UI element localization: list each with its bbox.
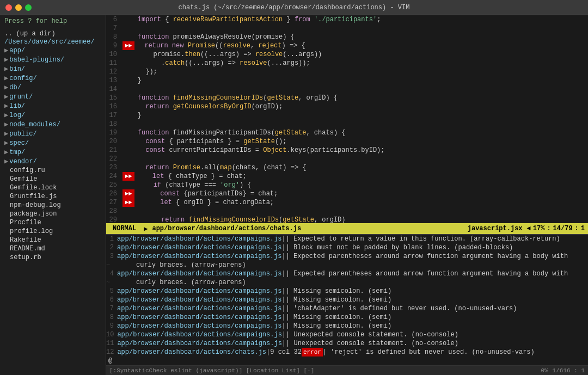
sidebar-item[interactable]: ▶public/ xyxy=(0,129,106,138)
code-line: 16 return getCounselorsByOrgID(orgID); xyxy=(106,102,588,111)
qf-msg: || Expected parentheses around arrow fun… xyxy=(281,252,568,261)
sidebar-item[interactable]: Gruntfile.js xyxy=(0,192,106,201)
code-line: 25 if (chatType === 'org') { xyxy=(106,181,588,189)
code-line: 19 function findMissingParticipantIDs(ge… xyxy=(106,128,588,137)
qf-file: app/browser/dashboard/actions/campaigns.… xyxy=(117,252,281,261)
quickfix-line: 11app/browser/dashboard/actions/campaign… xyxy=(106,339,588,348)
quickfix-line: 9app/browser/dashboard/actions/campaigns… xyxy=(106,322,588,330)
qf-msg: || Block must not be padded by blank lin… xyxy=(281,243,513,252)
code-line: 28 xyxy=(106,207,588,216)
qf-num: 10 xyxy=(106,330,117,339)
sidebar-item[interactable]: ▶vendor/ xyxy=(0,157,106,166)
code-line: 8 function promiseAlwaysResolve(promise)… xyxy=(106,33,588,41)
quickfix-line: 8app/browser/dashboard/actions/campaigns… xyxy=(106,313,588,322)
code-line: 21 const currentParticipantIDs = Object.… xyxy=(106,146,588,155)
qf-file: app/browser/dashboard/actions/campaigns.… xyxy=(117,296,281,304)
status-percent: 17% xyxy=(533,225,545,232)
sidebar-item[interactable]: ▶app/ xyxy=(0,46,106,55)
sidebar: Press ? for help .. (up a dir) /Users/da… xyxy=(0,15,106,375)
code-line: 7 xyxy=(106,24,588,33)
qf-msg: || Unexpected console statement. (no-con… xyxy=(282,330,458,339)
status-bar: NORMAL ▶ app/browser/dashboard/actions/c… xyxy=(106,223,588,234)
sidebar-items: ▶app/▶babel-plugins/▶bin/▶config/▶db/▶gr… xyxy=(0,46,106,262)
sidebar-item[interactable]: setup.rb xyxy=(0,253,106,262)
qf-msg: || 'chatAdapter' is defined but never us… xyxy=(281,304,517,313)
sidebar-path: /Users/dave/src/zeemee/ xyxy=(0,38,106,46)
sidebar-item[interactable]: ▶babel-plugins/ xyxy=(0,55,106,64)
quickfix-line: 3app/browser/dashboard/actions/campaigns… xyxy=(106,252,588,261)
qf-msg-end: | 'reject' is defined but never used. (n… xyxy=(323,348,535,356)
sidebar-item[interactable]: ▶grunt/ xyxy=(0,92,106,101)
window-title: chats.js (~/src/zeemee/app/browser/dashb… xyxy=(179,4,410,11)
qf-file: app/browser/dashboard/actions/campaigns.… xyxy=(117,339,281,348)
bottom-status: [:SyntasticCheck eslint (javascript)] [L… xyxy=(106,365,588,375)
qf-num: 7 xyxy=(106,304,117,313)
sidebar-item[interactable]: ▶config/ xyxy=(0,73,106,83)
status-col: 1 xyxy=(581,225,585,232)
qf-file: app/browser/dashboard/actions/campaigns.… xyxy=(117,313,281,322)
qf-num: 8 xyxy=(106,313,117,322)
sidebar-item[interactable]: ▶lib/ xyxy=(0,101,106,110)
qf-num: 11 xyxy=(106,339,117,348)
sidebar-item[interactable]: profile.log xyxy=(0,227,106,236)
quickfix-line: 12app/browser/dashboard/actions/chats.js… xyxy=(106,348,588,356)
sidebar-item[interactable]: ▶db/ xyxy=(0,83,106,92)
qf-file: app/browser/dashboard/actions/campaigns.… xyxy=(117,243,281,252)
quickfix-line: 2app/browser/dashboard/actions/campaigns… xyxy=(106,243,588,252)
sidebar-parent[interactable]: .. (up a dir) xyxy=(0,29,106,38)
qf-error-badge: error xyxy=(302,348,323,356)
qf-num: 3 xyxy=(106,252,117,261)
bottom-status-right: 0% xyxy=(541,367,548,374)
qf-msg: || Missing semicolon. (semi) xyxy=(281,313,391,322)
code-line: 11 .catch((...args) => resolve(...args))… xyxy=(106,59,588,67)
sidebar-item[interactable]: Gemfile xyxy=(0,175,106,183)
sidebar-item[interactable]: package.json xyxy=(0,210,106,218)
status-filetype: javascript.jsx xyxy=(468,225,523,232)
qf-file: app/browser/dashboard/actions/campaigns.… xyxy=(117,235,281,243)
sidebar-item[interactable]: README.md xyxy=(0,244,106,253)
sidebar-item[interactable]: ▶tmp/ xyxy=(0,147,106,157)
sidebar-item[interactable]: config.ru xyxy=(0,166,106,175)
qf-num: 12 xyxy=(106,348,117,356)
qf-msg: || Expected to return a value in this fu… xyxy=(281,235,560,243)
sidebar-item[interactable]: ▶bin/ xyxy=(0,64,106,73)
qf-file: app/browser/dashboard/actions/campaigns.… xyxy=(117,287,281,296)
qf-file: app/browser/dashboard/actions/campaigns.… xyxy=(117,304,281,313)
sidebar-item[interactable]: Procfile xyxy=(0,218,106,227)
code-line: 10 promise.then((...args) => resolve(...… xyxy=(106,50,588,59)
code-editor[interactable]: 6 import { receiveRawParticipantsAction … xyxy=(106,15,588,223)
sidebar-item[interactable]: npm-debug.log xyxy=(0,201,106,210)
sidebar-item[interactable]: Rakefile xyxy=(0,236,106,244)
vim-mode: NORMAL xyxy=(109,225,139,232)
code-line: 13 } xyxy=(106,76,588,85)
quickfix-line: ~curly braces. (arrow-parens) xyxy=(106,261,588,269)
minimize-button[interactable] xyxy=(15,4,22,11)
qf-num: 5 xyxy=(106,287,117,296)
close-button[interactable] xyxy=(5,4,12,11)
quickfix-line: 4app/browser/dashboard/actions/campaigns… xyxy=(106,269,588,278)
qf-num: 4 xyxy=(106,269,117,278)
main-container: Press ? for help .. (up a dir) /Users/da… xyxy=(0,15,588,375)
code-line: 27►► let { orgID } = chat.orgData; xyxy=(106,198,588,207)
quickfix-line: 6app/browser/dashboard/actions/campaigns… xyxy=(106,296,588,304)
qf-msg: |9 col 32 xyxy=(266,348,302,356)
qf-file: app/browser/dashboard/actions/campaigns.… xyxy=(117,322,281,330)
quickfix-line: ~curly braces. (arrow-parens) xyxy=(106,278,588,287)
code-content: 6 import { receiveRawParticipantsAction … xyxy=(106,15,588,223)
sidebar-item[interactable]: ▶spec/ xyxy=(0,138,106,147)
sidebar-item[interactable]: Gemfile.lock xyxy=(0,183,106,192)
code-line: 12 }); xyxy=(106,67,588,76)
qf-file: app/browser/dashboard/actions/campaigns.… xyxy=(117,269,281,278)
qf-msg: || Unexpected console statement. (no-con… xyxy=(282,339,458,348)
code-line: 24►► let { chatType } = chat; xyxy=(106,172,588,181)
sidebar-help: Press ? for help xyxy=(0,16,106,26)
sidebar-item[interactable]: ▶log/ xyxy=(0,110,106,120)
title-bar: chats.js (~/src/zeemee/app/browser/dashb… xyxy=(0,0,588,15)
maximize-button[interactable] xyxy=(25,4,32,11)
qf-num: 1 xyxy=(106,235,117,243)
quickfix-line: 10app/browser/dashboard/actions/campaign… xyxy=(106,330,588,339)
quickfix-line: 7app/browser/dashboard/actions/campaigns… xyxy=(106,304,588,313)
qf-num: 6 xyxy=(106,296,117,304)
sidebar-item[interactable]: ▶node_modules/ xyxy=(0,120,106,129)
code-line: 9►► return new Promise((resolve, reject)… xyxy=(106,41,588,50)
